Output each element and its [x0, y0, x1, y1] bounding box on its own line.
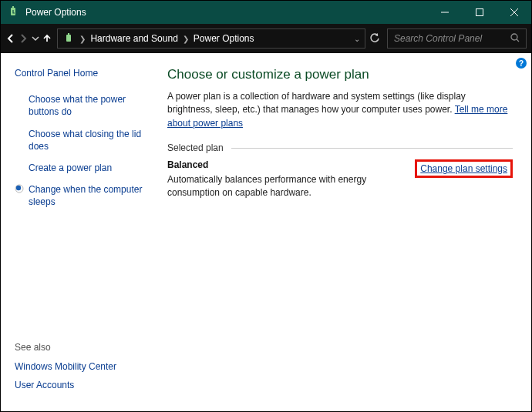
titlebar: Power Options — [1, 1, 531, 24]
see-also-mobility-center[interactable]: Windows Mobility Center — [15, 360, 146, 373]
sidebar: Control Panel Home Choose what the power… — [1, 53, 155, 411]
minimize-button[interactable] — [427, 1, 462, 24]
up-button[interactable] — [42, 29, 52, 48]
sidebar-link-power-buttons[interactable]: Choose what the power buttons do — [29, 93, 146, 118]
breadcrumb-item[interactable]: Hardware and Sound — [90, 33, 177, 44]
active-bullet-icon — [15, 184, 24, 193]
see-also-user-accounts[interactable]: User Accounts — [15, 379, 146, 391]
svg-rect-7 — [68, 33, 69, 35]
bullet-icon — [15, 129, 24, 138]
maximize-button[interactable] — [462, 1, 497, 24]
svg-point-8 — [511, 34, 517, 40]
bullet-icon — [15, 94, 24, 103]
back-button[interactable] — [5, 29, 16, 48]
see-also-heading: See also — [15, 342, 146, 353]
plan-description: Automatically balances performance with … — [167, 173, 415, 199]
content-area: ? Control Panel Home Choose what the pow… — [1, 53, 531, 411]
breadcrumb-icon — [62, 32, 75, 45]
svg-rect-6 — [66, 35, 71, 42]
app-icon — [7, 6, 19, 18]
breadcrumb[interactable]: ❯ Hardware and Sound ❯ Power Options ⌄ — [57, 28, 365, 49]
page-title: Choose or customize a power plan — [167, 67, 513, 82]
sidebar-link-computer-sleeps[interactable]: Change when the computer sleeps — [29, 183, 146, 208]
chevron-right-icon: ❯ — [183, 35, 189, 43]
chevron-right-icon: ❯ — [79, 35, 86, 43]
chevron-down-icon[interactable]: ⌄ — [354, 35, 360, 43]
svg-rect-3 — [476, 9, 483, 16]
sidebar-link-closing-lid[interactable]: Choose what closing the lid does — [29, 128, 146, 152]
plan-name: Balanced — [167, 159, 415, 170]
control-panel-home-link[interactable]: Control Panel Home — [15, 67, 146, 79]
description-text: A power plan is a collection of hardware… — [167, 91, 466, 115]
search-box[interactable] — [387, 28, 527, 49]
forward-button[interactable] — [18, 29, 29, 48]
bullet-icon — [15, 162, 24, 172]
svg-rect-1 — [12, 6, 14, 8]
svg-point-11 — [16, 186, 21, 190]
change-plan-settings-link[interactable]: Change plan settings — [415, 159, 513, 178]
search-input[interactable] — [394, 33, 510, 44]
navbar: ❯ Hardware and Sound ❯ Power Options ⌄ — [1, 24, 531, 53]
divider — [231, 148, 513, 149]
sidebar-link-create-plan[interactable]: Create a power plan — [29, 162, 112, 174]
help-icon[interactable]: ? — [516, 58, 527, 69]
close-button[interactable] — [497, 1, 531, 24]
page-description: A power plan is a collection of hardware… — [167, 90, 513, 130]
main-panel: Choose or customize a power plan A power… — [155, 53, 531, 411]
svg-line-9 — [517, 39, 519, 42]
window-title: Power Options — [25, 7, 427, 18]
refresh-button[interactable] — [369, 28, 381, 49]
search-icon[interactable] — [510, 33, 520, 45]
recent-locations-button[interactable] — [30, 29, 40, 48]
section-label: Selected plan — [167, 142, 224, 153]
breadcrumb-item[interactable]: Power Options — [194, 33, 254, 44]
